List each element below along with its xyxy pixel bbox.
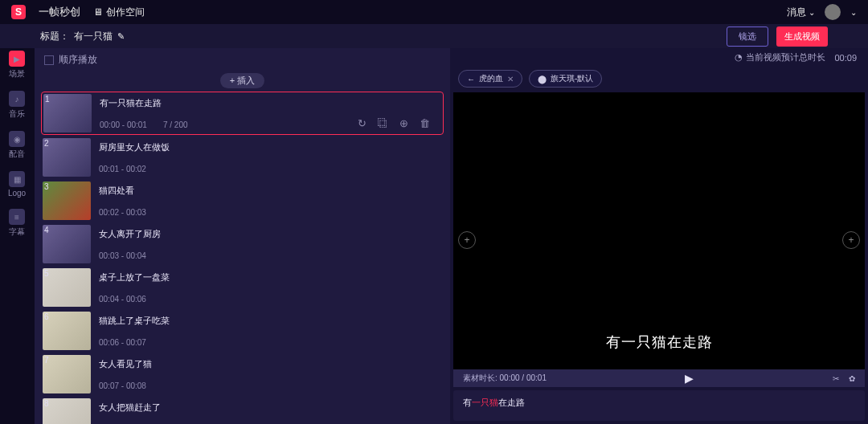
scene-item[interactable]: 8女人把猫赶走了 (41, 397, 444, 424)
title-value: 有一只猫 (74, 30, 113, 43)
scene-thumbnail[interactable]: 1 (43, 94, 92, 132)
scene-meta: 00:07 - 00:08 (99, 381, 439, 390)
scene-item[interactable]: 7女人看见了猫00:07 - 00:08 (41, 353, 444, 395)
next-scene-button[interactable]: + (842, 231, 860, 249)
scene-thumbnail[interactable]: 6 (43, 312, 91, 350)
scene-item[interactable]: 3猫四处看00:02 - 00:03 (41, 180, 444, 222)
clone-button[interactable]: 镜选 (727, 26, 768, 47)
sequential-label: 顺序播放 (59, 53, 97, 67)
insert-button[interactable]: + 插入 (220, 73, 264, 88)
topbar-left: S 一帧秒创 🖥 创作空间 (11, 5, 145, 19)
scene-meta: 00:02 - 00:03 (99, 208, 439, 217)
preview-subtitle: 有一只猫在走路 (606, 332, 713, 369)
delete-icon[interactable]: 🗑 (420, 117, 430, 129)
scene-meta: 00:04 - 00:06 (99, 295, 439, 304)
preview-panel: ◔ 当前视频预计总时长 00:09 ←虎的血✕⬤旗天琪-默认 + + 有一只猫在… (450, 48, 868, 424)
scene-title: 有一只猫在走路 (100, 97, 438, 109)
chevron-down-icon: ⌄ (809, 8, 815, 17)
title-label: 标题： (40, 30, 69, 43)
logo-icon: S (11, 5, 26, 19)
title-row: 标题：有一只猫 ✎ (40, 30, 125, 43)
scene-panel: 顺序播放 + 插入 1有一只猫在走路00:00 - 00:017 / 200↻⿻… (34, 48, 450, 424)
play-button[interactable]: ▶ (685, 372, 694, 385)
edit-title-icon[interactable]: ✎ (117, 31, 125, 42)
scene-item[interactable]: 6猫跳上了桌子吃菜00:06 - 00:07 (41, 310, 444, 352)
scene-item[interactable]: 2厨房里女人在做饭00:01 - 00:02 (41, 137, 444, 178)
settings-icon[interactable]: ✿ (849, 374, 855, 383)
scene-thumbnail[interactable]: 4 (43, 225, 91, 263)
scene-number: 3 (44, 182, 49, 191)
scene-item[interactable]: 1有一只猫在走路00:00 - 00:017 / 200↻⿻⊕🗑 (41, 92, 444, 135)
add-icon[interactable]: ⊕ (399, 117, 408, 129)
content: ▶场景 ♪音乐 ◉配音 ▦Logo ≡字幕 顺序播放 + 插入 1有一只猫在走路… (0, 48, 868, 424)
scene-title: 猫四处看 (99, 185, 439, 197)
scene-number: 8 (44, 399, 49, 408)
text-icon: ≡ (9, 209, 25, 225)
workspace-link[interactable]: 🖥 创作空间 (93, 6, 145, 19)
cut-icon[interactable]: ✂ (833, 374, 839, 383)
scene-meta: 00:01 - 00:02 (99, 165, 439, 173)
scene-item[interactable]: 5桌子上放了一盘菜00:04 - 00:06 (41, 267, 444, 308)
scene-meta: 00:06 - 00:07 (99, 338, 439, 347)
tag[interactable]: ←虎的血✕ (458, 70, 522, 88)
messages-link[interactable]: 消息 ⌄ (787, 6, 815, 19)
topbar-right: 消息 ⌄ ⌄ (787, 4, 857, 20)
scene-list: 1有一只猫在走路00:00 - 00:017 / 200↻⿻⊕🗑2厨房里女人在做… (35, 92, 450, 424)
scene-title: 桌子上放了一盘菜 (99, 271, 439, 283)
subheader: 标题：有一只猫 ✎ 镜选 生成视频 (0, 24, 868, 48)
mic-icon: ◉ (9, 131, 25, 147)
topbar: S 一帧秒创 🖥 创作空间 消息 ⌄ ⌄ (0, 0, 868, 24)
scene-thumbnail[interactable]: 3 (43, 181, 91, 220)
avatar[interactable] (825, 4, 841, 20)
music-icon: ♪ (9, 91, 25, 107)
close-icon[interactable]: ✕ (507, 75, 514, 84)
scene-meta: 00:03 - 00:04 (99, 251, 439, 260)
caption-editor[interactable]: 有一只猫在走路 (453, 390, 865, 421)
generate-video-button[interactable]: 生成视频 (776, 26, 828, 47)
scene-number: 5 (44, 269, 49, 278)
scene-item[interactable]: 4女人离开了厨房00:03 - 00:04 (41, 223, 444, 265)
play-icon: ▶ (9, 51, 25, 67)
tag-row: ←虎的血✕⬤旗天琪-默认 (450, 67, 868, 92)
scene-number: 7 (44, 356, 49, 365)
duration-info: ◔ 当前视频预计总时长 00:09 (450, 48, 868, 67)
scene-number: 1 (45, 95, 50, 104)
scene-title: 女人离开了厨房 (99, 228, 439, 240)
nav-subtitle[interactable]: ≡字幕 (9, 209, 25, 238)
nav-scene[interactable]: ▶场景 (9, 51, 25, 80)
nav-music[interactable]: ♪音乐 (9, 91, 25, 120)
clock-icon: ◔ (735, 52, 743, 63)
prev-scene-button[interactable]: + (458, 231, 476, 249)
refresh-icon[interactable]: ↻ (358, 117, 366, 129)
scene-title: 猫跳上了桌子吃菜 (99, 315, 439, 327)
scene-title: 女人看见了猫 (99, 358, 439, 370)
brand-name: 一帧秒创 (39, 5, 80, 19)
scene-thumbnail[interactable]: 2 (43, 138, 91, 177)
insert-bar: + 插入 (35, 71, 450, 92)
nav-logo[interactable]: ▦Logo (8, 171, 26, 198)
copy-icon[interactable]: ⿻ (378, 117, 388, 129)
mid-top: 顺序播放 (35, 48, 450, 71)
nav-voice[interactable]: ◉配音 (9, 131, 25, 160)
tag[interactable]: ⬤旗天琪-默认 (529, 70, 602, 88)
scene-title: 厨房里女人在做饭 (99, 141, 439, 153)
scene-number: 6 (44, 312, 49, 321)
video-preview[interactable]: + + 有一只猫在走路 (453, 92, 865, 369)
scene-thumbnail[interactable]: 7 (43, 355, 91, 393)
sequential-checkbox[interactable] (44, 55, 54, 65)
timeline: 素材时长: 00:00 / 00:01 ▶ ✂ ✿ (453, 369, 865, 387)
scene-number: 4 (44, 226, 49, 234)
monitor-icon: 🖥 (93, 6, 103, 18)
chevron-down-icon[interactable]: ⌄ (850, 8, 857, 17)
image-icon: ▦ (9, 171, 25, 187)
scene-thumbnail[interactable]: 5 (43, 268, 91, 307)
scene-number: 2 (44, 139, 49, 148)
scene-title: 女人把猫赶走了 (99, 402, 439, 414)
left-nav: ▶场景 ♪音乐 ◉配音 ▦Logo ≡字幕 (0, 48, 34, 424)
scene-thumbnail[interactable]: 8 (43, 398, 91, 424)
timeline-duration: 素材时长: 00:00 / 00:01 (463, 373, 547, 384)
workspace-label: 创作空间 (106, 6, 145, 19)
subheader-right: 镜选 生成视频 (727, 26, 828, 47)
